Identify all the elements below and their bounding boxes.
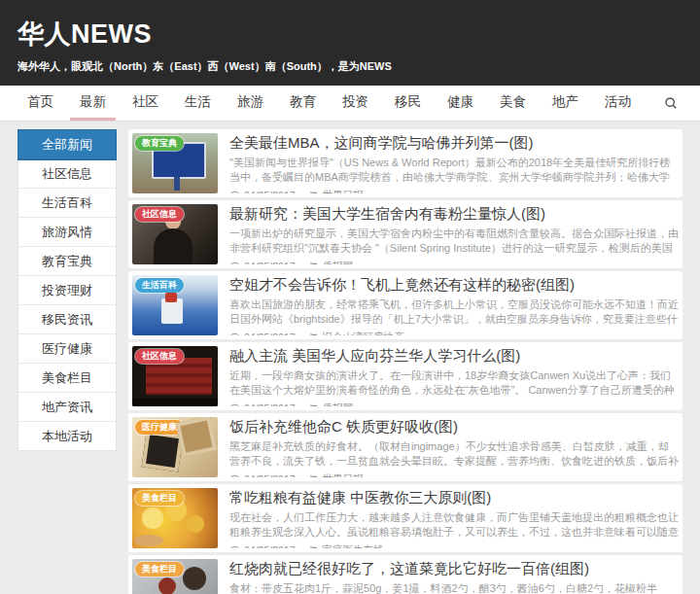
nav-item[interactable]: 投资 xyxy=(332,86,378,121)
sidebar-item[interactable]: 投资理财 xyxy=(18,276,116,305)
news-card[interactable]: 社区信息 融入主流 美国华人应向芬兰华人学习什么(图) 近期，一段华裔女孩的演讲… xyxy=(128,342,682,410)
nav-item[interactable]: 社区 xyxy=(122,86,168,121)
news-meta: 04/25/2017 世界日报 xyxy=(229,472,679,477)
news-thumbnail[interactable]: 美食栏目 xyxy=(132,488,218,548)
category-badge: 美食栏目 xyxy=(135,491,184,506)
clock-icon xyxy=(229,474,240,478)
news-text-block: 红烧肉就已经很好吃了，这道菜竟比它好吃一百倍(组图) 食材：带皮五花肉1斤，蒜泥… xyxy=(229,559,679,594)
news-title[interactable]: 红烧肉就已经很好吃了，这道菜竟比它好吃一百倍(组图) xyxy=(229,560,679,578)
news-thumbnail[interactable]: 医疗健康 xyxy=(132,417,218,477)
news-source: 家庭医生在线 xyxy=(323,543,384,548)
news-date: 04/25/2017 xyxy=(244,402,296,406)
news-title[interactable]: 融入主流 美国华人应向芬兰华人学习什么(图) xyxy=(229,347,679,366)
news-title[interactable]: 最新研究：美国大学生宿舍内有毒粉尘量惊人(图) xyxy=(229,205,679,224)
news-source-wrap: 侨报网 xyxy=(309,402,354,406)
news-meta: 04/25/2017 侨报网 xyxy=(229,402,679,406)
sidebar: 全部新闻社区信息生活百科旅游风情教育宝典投资理财移民资讯医疗健康美食栏目地产资讯… xyxy=(18,129,117,451)
clock-icon xyxy=(229,403,240,407)
news-date: 04/25/2017 xyxy=(244,190,296,193)
sidebar-item[interactable]: 医疗健康 xyxy=(18,334,116,364)
news-date: 04/25/2017 xyxy=(244,332,296,335)
source-flag-icon xyxy=(309,262,319,265)
news-meta: 04/25/2017 家庭医生在线 xyxy=(229,543,679,548)
category-badge: 社区信息 xyxy=(135,349,184,364)
news-text-block: 常吃粗粮有益健康 中医教你三大原则(图) 现在社会，人们工作压力大，越来越多人注… xyxy=(229,488,679,548)
news-source: 世界日报 xyxy=(323,189,364,193)
news-card[interactable]: 美食栏目 红烧肉就已经很好吃了，这道菜竟比它好吃一百倍(组图) 食材：带皮五花肉… xyxy=(128,555,682,594)
source-flag-icon xyxy=(309,545,319,549)
nav-item[interactable]: 健康 xyxy=(438,86,483,121)
news-title[interactable]: 常吃粗粮有益健康 中医教你三大原则(图) xyxy=(229,489,679,507)
news-thumbnail[interactable]: 教育宝典 xyxy=(132,133,218,193)
nav-items: 首页最新社区生活旅游教育投资移民健康美食地产活动 xyxy=(18,86,648,121)
news-thumbnail[interactable]: 社区信息 xyxy=(132,204,218,264)
category-badge: 教育宝典 xyxy=(135,136,184,151)
nav-item[interactable]: 活动 xyxy=(595,86,641,121)
category-badge: 美食栏目 xyxy=(135,562,184,577)
nav-item[interactable]: 教育 xyxy=(280,86,326,121)
news-date: 04/25/2017 xyxy=(244,473,296,477)
main-nav: 首页最新社区生活旅游教育投资移民健康美食地产活动 xyxy=(0,86,700,122)
news-date: 04/25/2017 xyxy=(244,544,296,548)
sidebar-item[interactable]: 社区信息 xyxy=(18,159,116,189)
news-description: 黑芝麻是补充铁质的好食材。（取材自ingimage）不少女性追求骨感美、白皙皮肤… xyxy=(229,439,679,470)
news-source: 侨报网 xyxy=(323,260,354,264)
news-card[interactable]: 美食栏目 常吃粗粮有益健康 中医教你三大原则(图) 现在社会，人们工作压力大，越… xyxy=(128,484,682,552)
nav-item[interactable]: 美食 xyxy=(490,86,536,121)
news-card[interactable]: 教育宝典 全美最佳MBA，这间商学院与哈佛并列第一(图) "美国新闻与世界报导"… xyxy=(128,129,682,197)
news-source-wrap: 侨报网 xyxy=(309,260,354,264)
source-flag-icon xyxy=(309,474,319,478)
news-source-wrap: 世界日报 xyxy=(309,472,364,477)
news-title[interactable]: 饭后补充维他命C 铁质更好吸收(图) xyxy=(229,418,679,437)
search-button[interactable] xyxy=(659,86,682,121)
clock-icon xyxy=(229,332,240,336)
news-thumbnail[interactable]: 社区信息 xyxy=(132,346,218,406)
news-description: 食材：带皮五花肉1斤，蒜泥50g，姜1撮，料酒2勺，醋3勺，酱油6勺，白糖2勺，… xyxy=(229,581,679,594)
news-source-wrap: 旧金山湾区房地产 xyxy=(309,331,404,335)
news-description: "美国新闻与世界报导"（US News & World Report）最新公布的… xyxy=(229,156,679,186)
sidebar-item[interactable]: 地产资讯 xyxy=(18,393,116,422)
news-source: 侨报网 xyxy=(323,402,354,406)
sidebar-item[interactable]: 教育宝典 xyxy=(18,247,116,276)
category-badge: 生活百科 xyxy=(135,278,184,293)
nav-item[interactable]: 旅游 xyxy=(228,86,273,121)
sidebar-item[interactable]: 美食栏目 xyxy=(18,364,116,393)
site-header: 华人NEWS 海外华人，眼观北（North）东（East）西（West）南（So… xyxy=(0,0,700,86)
news-description: 近期，一段华裔女孩的演讲火了。在一段演讲中，18岁华裔女孩Canwen Xu说出… xyxy=(229,368,679,399)
news-text-block: 空姐才不会告诉你！飞机上竟然还有这样的秘密(组图) 喜欢出国旅游的朋友，经常搭乘… xyxy=(229,275,679,335)
news-title[interactable]: 全美最佳MBA，这间商学院与哈佛并列第一(图) xyxy=(229,134,679,153)
news-meta: 04/25/2017 世界日报 xyxy=(229,189,679,193)
news-thumbnail[interactable]: 生活百科 xyxy=(132,275,218,335)
search-icon xyxy=(663,95,679,111)
news-title[interactable]: 空姐才不会告诉你！飞机上竟然还有这样的秘密(组图) xyxy=(229,276,679,295)
sidebar-item[interactable]: 本地活动 xyxy=(18,422,116,450)
nav-item[interactable]: 移民 xyxy=(385,86,431,121)
source-flag-icon xyxy=(309,332,319,336)
news-text-block: 饭后补充维他命C 铁质更好吸收(图) 黑芝麻是补充铁质的好食材。（取材自ingi… xyxy=(229,417,679,477)
news-text-block: 全美最佳MBA，这间商学院与哈佛并列第一(图) "美国新闻与世界报导"（US N… xyxy=(229,133,679,193)
nav-item[interactable]: 地产 xyxy=(542,86,588,121)
sidebar-item[interactable]: 旅游风情 xyxy=(18,218,116,247)
news-date: 04/25/2017 xyxy=(244,261,296,264)
news-card[interactable]: 医疗健康 饭后补充维他命C 铁质更好吸收(图) 黑芝麻是补充铁质的好食材。（取材… xyxy=(128,413,682,481)
category-badge: 医疗健康 xyxy=(135,420,184,435)
source-flag-icon xyxy=(309,403,319,407)
news-list: 教育宝典 全美最佳MBA，这间商学院与哈佛并列第一(图) "美国新闻与世界报导"… xyxy=(128,129,682,594)
nav-item[interactable]: 生活 xyxy=(175,86,221,121)
sidebar-item[interactable]: 移民资讯 xyxy=(18,305,116,334)
nav-item[interactable]: 最新 xyxy=(70,86,116,121)
sidebar-item[interactable]: 生活百科 xyxy=(18,189,116,218)
news-meta: 04/25/2017 旧金山湾区房地产 xyxy=(229,331,679,335)
news-card[interactable]: 生活百科 空姐才不会告诉你！飞机上竟然还有这样的秘密(组图) 喜欢出国旅游的朋友… xyxy=(128,271,682,339)
content-area: 全部新闻社区信息生活百科旅游风情教育宝典投资理财移民资讯医疗健康美食栏目地产资讯… xyxy=(0,122,700,594)
news-description: 一项新出炉的研究显示，美国大学宿舍内粉尘中的有毒阻燃剂含量较高。据合众国际社报道… xyxy=(229,227,679,257)
source-flag-icon xyxy=(309,191,319,194)
news-source: 旧金山湾区房地产 xyxy=(323,331,404,335)
sidebar-item[interactable]: 全部新闻 xyxy=(18,130,116,159)
news-source-wrap: 家庭医生在线 xyxy=(309,543,384,548)
news-description: 喜欢出国旅游的朋友，经常搭乘飞机，但许多机上小常识，空服员没说你可能永远不知道！… xyxy=(229,297,679,328)
news-thumbnail[interactable]: 美食栏目 xyxy=(132,559,218,594)
nav-item[interactable]: 首页 xyxy=(18,86,63,121)
news-card[interactable]: 社区信息 最新研究：美国大学生宿舍内有毒粉尘量惊人(图) 一项新出炉的研究显示，… xyxy=(128,200,682,268)
clock-icon xyxy=(229,262,240,265)
